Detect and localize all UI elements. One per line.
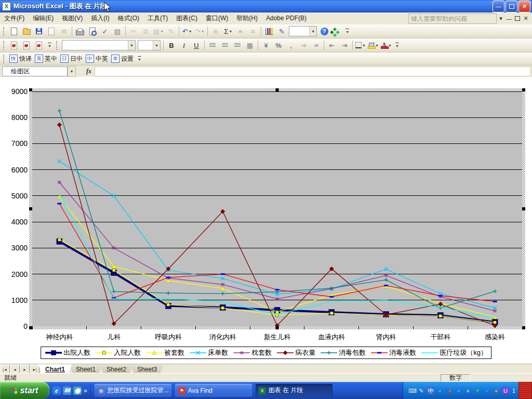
menu-item[interactable]: 图表(C) [172,13,202,23]
japanese-to-chinese-button[interactable]: 日日中 [60,54,83,64]
menu-item[interactable]: 视图(V) [58,13,87,23]
menu-item[interactable]: 帮助(H) [232,13,262,23]
menu-item[interactable]: 窗口(W) [202,13,232,23]
selection-handle[interactable] [522,326,525,329]
convert-to-pdf-email-button[interactable] [21,39,32,51]
zoom-combo[interactable]: ▼ [289,26,317,36]
spelling-button[interactable]: ✓ [99,25,111,37]
toolbar-options-button[interactable]: ▼ [136,54,143,64]
addin-button[interactable] [331,25,342,37]
toolbar-grip[interactable] [3,41,6,50]
borders-button[interactable]: ▼ [355,39,366,51]
formula-input[interactable] [95,66,531,76]
browser-tray-icon[interactable]: ● [483,387,490,394]
sort-ascending-button[interactable]: A↓ [235,25,246,37]
keyboard-icon[interactable]: ⌨ [408,387,416,394]
combo-dropdown-icon[interactable]: ▼ [309,26,316,36]
menu-item[interactable]: 工具(T) [143,13,172,23]
kuaiyi-settings-button[interactable]: ⚙设置 [111,54,134,64]
help-question-box[interactable]: 键入需要帮助的问题 [408,14,497,24]
save-button[interactable] [33,25,45,37]
name-box[interactable]: 绘图区 [2,66,68,76]
combo-dropdown-icon[interactable]: ▼ [153,41,160,50]
selection-handle[interactable] [276,88,279,91]
internet-explorer-icon[interactable]: e [52,387,61,395]
sheet-tab-sheet2[interactable]: Sheet2 [99,364,134,374]
toolbar-grip[interactable] [3,55,6,63]
selection-handle[interactable] [29,207,32,210]
minimize-button[interactable]: — [493,1,504,12]
convert-to-pdf-button[interactable] [8,39,20,51]
english-to-chinese-button[interactable]: 英英中 [35,54,57,64]
legend-item[interactable]: 消毒液数 [370,348,416,357]
dropdown-arrow-icon[interactable]: ▼ [189,30,192,33]
chart-sheet-area[interactable]: 0100020003000400050006000700080009000神经内… [0,77,532,364]
dropdown-arrow-icon[interactable]: ▼ [388,44,392,47]
drawing-button[interactable]: ✎ [276,25,287,37]
security-tray-icon[interactable]: ● [493,387,500,394]
currency-button[interactable]: ¥ [260,39,272,51]
sort-descending-button[interactable]: Z↓ [247,25,259,37]
legend-item[interactable]: 消毒包数 [320,348,366,357]
close-button[interactable]: ✕ [518,1,530,12]
merge-center-button[interactable]: ▦ [244,39,256,51]
selection-handle[interactable] [29,88,32,91]
chart-legend[interactable]: 出院人数入院人数被套数床单数枕套数病衣量消毒包数消毒液数医疗垃圾（kg） [41,347,491,359]
task-excel-window[interactable]: X图表 在 片段 [256,384,332,397]
sheet-tab-sheet1[interactable]: Sheet1 [69,364,103,374]
selection-handle[interactable] [522,207,525,210]
new-workbook-button[interactable] [8,25,20,37]
font-name-combo[interactable]: ▼ [62,40,136,50]
toolbar-grip[interactable] [56,41,59,50]
task-avafind-window[interactable]: ⚑Ava Find [175,384,252,397]
toolbar-grip[interactable] [3,27,6,36]
kuaiyi-translate-button[interactable]: 快快译 [9,54,32,64]
audio-tray-icon[interactable]: ● [464,387,472,394]
legend-item[interactable]: 出院人数 [45,348,90,357]
download-manager-tray-icon[interactable]: ▼ [474,387,481,394]
decrease-indent-button[interactable]: ⇤ [326,39,338,51]
stylus-icon[interactable]: ✎ [418,387,425,394]
dropdown-arrow-icon[interactable]: ▼ [160,30,164,33]
undo-button[interactable]: ↶▼ [181,25,193,37]
align-right-button[interactable] [232,39,243,51]
increase-decimal-button[interactable]: +.0 [298,39,309,51]
dropdown-arrow-icon[interactable]: ▼ [229,30,232,33]
menu-item[interactable]: 编辑(E) [29,13,58,23]
legend-item[interactable]: 被套数 [145,348,184,357]
restore-button[interactable] [506,1,517,12]
workbook-restore-button[interactable] [513,16,522,22]
sheet-tab-sheet3[interactable]: Sheet3 [130,364,164,374]
toolbar-options-button[interactable]: ▼ [344,26,351,37]
autosum-button[interactable]: Σ▼ [222,25,234,37]
decrease-decimal-button[interactable]: .00 [310,39,322,51]
toolbar-options-button[interactable]: ▼ [394,40,401,51]
convert-to-pdf-comments-button[interactable] [33,39,45,51]
workbook-minimize-button[interactable]: — [505,16,513,22]
research-button[interactable]: ▧ [112,25,123,37]
legend-item[interactable]: 枕套数 [233,348,272,357]
firefox-tray-icon[interactable]: ● [446,387,453,394]
align-left-button[interactable] [207,39,218,51]
fill-color-button[interactable]: ▼ [367,39,379,51]
combo-dropdown-icon[interactable]: ▼ [128,41,135,50]
menu-item[interactable]: Adobe PDF(B) [262,13,311,23]
selection-handle[interactable] [29,326,32,329]
name-box-dropdown-icon[interactable]: ▼ [68,66,76,77]
align-center-button[interactable] [219,39,231,51]
underline-button[interactable]: U [191,39,202,51]
collapse-chevron-icon[interactable]: ‹ [436,387,444,394]
legend-item[interactable]: 入院人数 [95,348,141,357]
mail-launch-icon[interactable]: ✉ [63,387,71,395]
help-button[interactable]: ? [318,25,330,37]
quick-launch-overflow-icon[interactable]: » [84,387,87,394]
workbook-close-button[interactable]: ✕ [522,15,532,22]
sheet-tab-chart1[interactable]: Chart1 [38,364,72,374]
italic-button[interactable]: I [178,39,190,51]
menu-item[interactable]: 文件(F) [0,13,29,23]
legend-item[interactable]: 床单数 [189,348,228,357]
comma-button[interactable]: , [285,39,297,51]
bold-button[interactable]: B [166,39,177,51]
dropdown-arrow-icon[interactable]: ▼ [375,44,379,47]
menu-item[interactable]: 格式(O) [114,13,143,23]
